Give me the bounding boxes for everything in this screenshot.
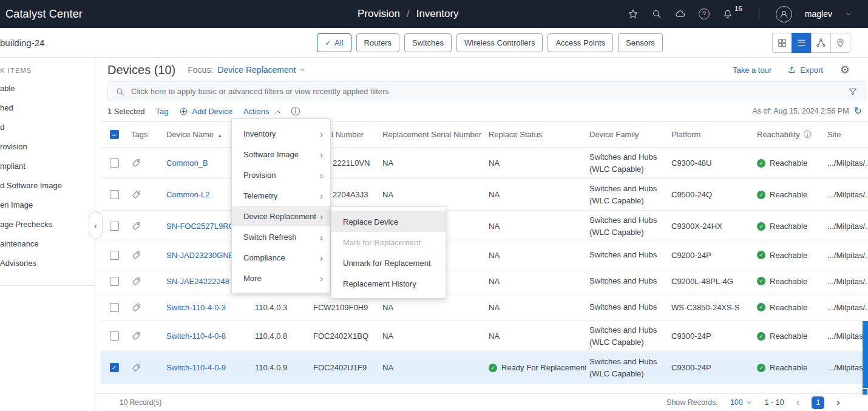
sidebar-item[interactable]: en Image [0, 195, 95, 215]
table-row[interactable]: SN-FOC2527L9RG NA NA Switches and Hubs (… [101, 211, 868, 242]
filter-search-input[interactable]: Click here to apply basic or advanced fi… [107, 81, 866, 101]
menu-item-device-replacement[interactable]: Device Replacement› [232, 206, 330, 226]
column-device-family[interactable]: Device Family [586, 130, 668, 139]
actions-dropdown-button[interactable]: Actions [243, 107, 280, 116]
submenu-item-replacement-history[interactable]: Replacement History [331, 273, 446, 294]
sidebar-item[interactable]: able [0, 79, 95, 98]
gear-icon[interactable]: ⚙ [840, 64, 850, 75]
tag-icon[interactable] [127, 331, 163, 341]
user-menu-chevron-down-icon[interactable] [845, 10, 852, 18]
tag-icon[interactable] [127, 276, 163, 287]
menu-item-software-image[interactable]: Software Image› [232, 144, 330, 165]
list-view-icon[interactable] [792, 33, 812, 53]
tag-icon[interactable] [127, 189, 163, 200]
filter-routers[interactable]: Routers [356, 33, 400, 52]
menu-item-compliance[interactable]: Compliance› [232, 247, 330, 268]
filter-access-points[interactable]: Access Points [548, 33, 613, 52]
show-records-dropdown[interactable]: 100 [730, 398, 753, 407]
previous-page-icon[interactable]: ‹ [796, 396, 800, 409]
device-name-link[interactable]: Common-L2 [166, 190, 210, 199]
table-row-selected[interactable]: ✓ Switch-110-4-0-9 110.4.0.9 FOC2402U1F9… [101, 352, 868, 384]
row-checkbox[interactable] [110, 331, 119, 341]
column-tags[interactable]: Tags [127, 130, 163, 139]
topology-view-icon[interactable] [811, 33, 831, 53]
sidebar-item[interactable]: Advisories [0, 254, 95, 273]
row-checkbox[interactable] [110, 251, 119, 260]
export-button[interactable]: Export [787, 66, 823, 75]
column-replacement-serial[interactable]: Replacement Serial Number [379, 130, 485, 139]
sidebar-item[interactable]: aintenance [0, 234, 95, 254]
device-name-link[interactable]: Common_B [166, 158, 208, 168]
column-platform[interactable]: Platform [668, 130, 753, 139]
take-a-tour-link[interactable]: Take a tour [733, 66, 771, 75]
filter-switches[interactable]: Switches [404, 33, 452, 52]
page-number-button[interactable]: 1 [812, 396, 824, 409]
device-name-link[interactable]: SN-JAE24222248 [166, 277, 229, 286]
menu-item-more[interactable]: More› [232, 268, 330, 288]
tag-icon[interactable] [127, 362, 163, 373]
sidebar-item[interactable]: rovision [0, 137, 95, 157]
column-reachability[interactable]: Reachabilityⓘ [753, 129, 824, 140]
filter-all[interactable]: ✓ All [317, 33, 351, 52]
add-device-button[interactable]: Add Device [179, 107, 232, 116]
submenu-item-replace-device[interactable]: Replace Device [331, 211, 446, 232]
info-icon[interactable]: ⓘ [291, 106, 300, 117]
right-edge-scrollbar-button[interactable] [863, 389, 867, 395]
search-icon[interactable] [651, 8, 662, 19]
row-checkbox[interactable] [110, 277, 119, 286]
breadcrumb-section[interactable]: Provision [358, 0, 400, 28]
next-page-icon[interactable]: › [836, 396, 840, 409]
device-name-link[interactable]: Switch-110-4-0-3 [166, 303, 226, 312]
device-name-link[interactable]: Switch-110-4-0-8 [166, 331, 226, 341]
menu-item-telemetry[interactable]: Telemetry› [232, 185, 330, 206]
sidebar-item[interactable]: age Prechecks [0, 215, 95, 234]
sidebar-collapse-button[interactable]: ‹ [89, 211, 103, 239]
username-label[interactable]: maglev [805, 9, 832, 19]
sidebar-item[interactable]: hed [0, 98, 95, 118]
row-checkbox[interactable] [110, 222, 119, 231]
row-checkbox[interactable] [110, 158, 119, 168]
cloud-icon[interactable] [675, 8, 686, 19]
right-edge-scrollbar-thumb[interactable] [863, 321, 868, 388]
column-replace-status[interactable]: Replace Status [485, 130, 586, 139]
user-avatar[interactable] [776, 6, 792, 22]
tag-icon[interactable] [127, 221, 163, 231]
menu-item-provision[interactable]: Provision› [232, 165, 330, 185]
focus-dropdown[interactable]: Device Replacement [217, 65, 306, 75]
tag-icon[interactable] [127, 158, 163, 168]
map-pin-icon[interactable] [830, 33, 850, 53]
table-row[interactable]: SN-JAE24222248 NA NA Switches and Hubs C… [101, 268, 868, 294]
help-icon[interactable]: ? [699, 8, 710, 19]
table-row[interactable]: Switch-110-4-0-8 110.4.0.8 FOC2402X1BQ N… [101, 321, 868, 352]
table-row[interactable]: SN-JAD23230GNB NA NA Switches and Hubs C… [101, 242, 868, 268]
column-site[interactable]: Site [824, 130, 868, 139]
row-checkbox[interactable] [110, 303, 119, 312]
device-name-link[interactable]: Switch-110-4-0-9 [166, 363, 226, 372]
star-icon[interactable] [628, 8, 639, 19]
notifications-bell[interactable]: 16 [722, 8, 742, 19]
filter-wireless-controllers[interactable]: Wireless Controllers [456, 33, 543, 52]
submenu-item-unmark-for-replacement[interactable]: Unmark for Replacement [331, 253, 446, 273]
table-row[interactable]: Common-L2 2204A3J3 NA NA Switches and Hu… [101, 179, 868, 211]
filter-funnel-icon[interactable] [848, 87, 858, 97]
device-name-link[interactable]: SN-FOC2527L9RG [166, 222, 235, 231]
row-checkbox-checked[interactable]: ✓ [110, 363, 119, 372]
device-name-link[interactable]: SN-JAD23230GNB [166, 251, 234, 260]
select-all-checkbox[interactable]: – [110, 130, 119, 139]
grid-view-icon[interactable] [772, 33, 792, 53]
tag-icon[interactable] [127, 250, 163, 260]
sidebar-item[interactable]: mpliant [0, 157, 95, 176]
breadcrumb-page[interactable]: Inventory [416, 0, 459, 28]
info-icon[interactable]: ⓘ [804, 130, 812, 139]
submenu-item-mark-for-replacement[interactable]: Mark for Replacement [331, 232, 446, 253]
tag-icon[interactable] [127, 302, 163, 313]
sidebar-item[interactable]: d Software Image [0, 176, 95, 195]
tag-button[interactable]: Tag [155, 107, 168, 116]
table-row[interactable]: Switch-110-4-0-3 110.4.0.3 FCW2109F0H9 N… [101, 294, 868, 321]
menu-item-switch-refresh[interactable]: Switch Refresh› [232, 226, 330, 247]
table-row[interactable]: Common_B 2221L0VN NA NA Switches and Hub… [101, 148, 868, 179]
row-checkbox[interactable] [110, 190, 119, 199]
filter-sensors[interactable]: Sensors [618, 33, 663, 52]
menu-item-inventory[interactable]: Inventory› [232, 123, 330, 144]
refresh-icon[interactable]: ↻ [854, 106, 862, 116]
